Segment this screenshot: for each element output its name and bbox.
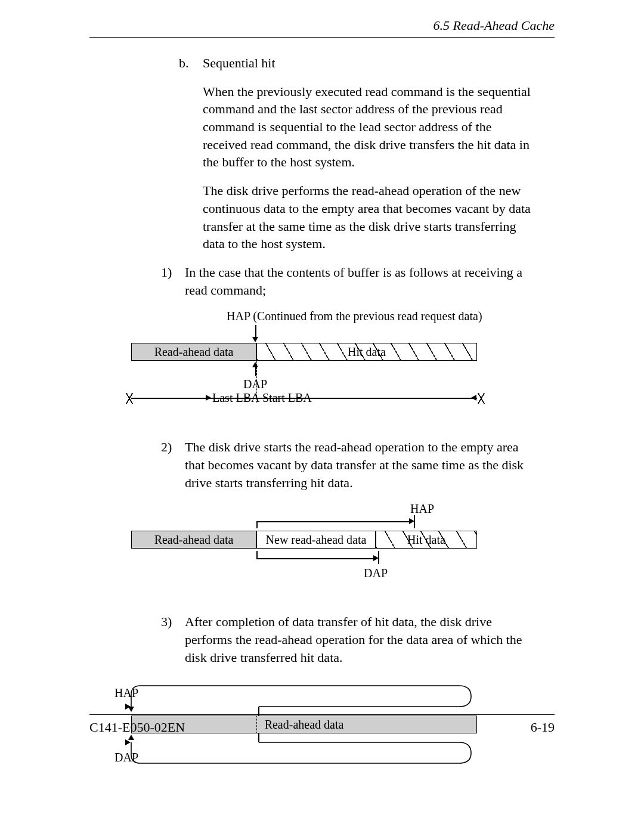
label-hap: HAP <box>410 502 434 516</box>
diagram-2: HAP Read-ahead data New read-ahead data … <box>89 502 555 597</box>
label-dap: DAP <box>114 751 138 764</box>
list-marker-b: b. <box>179 54 203 72</box>
list-marker-1: 1) <box>161 264 185 281</box>
diagram-1: HAP (Continued from the previous read re… <box>89 309 555 423</box>
seg-hit-data: Hit data <box>348 345 386 359</box>
seg-hit-data: Hit data <box>407 533 445 547</box>
label-dap: DAP <box>243 377 267 391</box>
label-hap: HAP <box>114 686 138 700</box>
paragraph: When the previously executed read comman… <box>203 83 531 171</box>
diagram-caption-hap: HAP (Continued from the previous read re… <box>227 309 482 323</box>
break-icon <box>125 393 134 404</box>
break-icon <box>477 393 485 404</box>
running-header: 6.5 Read-Ahead Cache <box>89 18 555 33</box>
list-marker-3: 3) <box>161 613 185 631</box>
label-start-lba: Start LBA <box>262 391 312 405</box>
page-footer: C141-E050-02EN 6-19 <box>89 714 555 735</box>
list-title-b: Sequential hit <box>203 54 531 72</box>
seg-read-ahead: Read-ahead data <box>154 345 234 359</box>
header-rule <box>89 37 555 38</box>
label-last-lba: Last LBA <box>212 391 259 405</box>
list-marker-2: 2) <box>161 438 185 456</box>
paragraph: The disk drive performs the read-ahead o… <box>203 182 531 253</box>
label-dap: DAP <box>364 566 388 580</box>
seg-read-ahead: Read-ahead data <box>154 533 234 547</box>
list-text-2: The disk drive starts the read-ahead ope… <box>185 438 531 491</box>
seg-new-read-ahead: New read-ahead data <box>266 533 367 547</box>
list-text-1: In the case that the contents of buffer … <box>185 264 531 299</box>
doc-id: C141-E050-02EN <box>89 720 185 735</box>
page-number: 6-19 <box>531 720 555 735</box>
list-text-3: After completion of data transfer of hit… <box>185 613 531 666</box>
